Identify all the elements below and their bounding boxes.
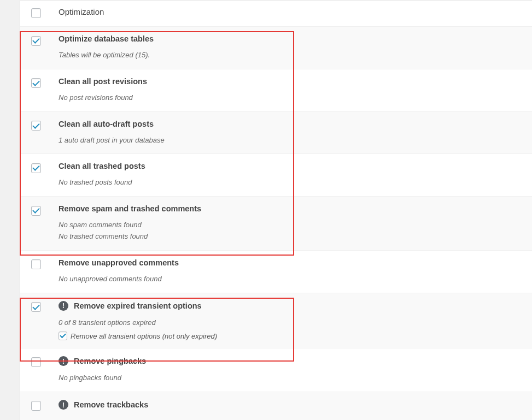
option-subtitle-line: No trashed comments found [59,231,521,242]
option-subtitle: Tables will be optimized (15). [59,50,521,61]
option-subtitle: 1 auto draft post in your database [59,135,521,146]
checkbox-remove-pingbacks[interactable] [31,357,41,367]
option-title-text: Remove spam and trashed comments [59,204,201,213]
sub-option-label: Remove all transient options (not only e… [71,332,217,340]
option-subtitle: No pingbacks found [59,372,521,384]
option-row-remove-spam: Remove spam and trashed commentsNo spam … [20,197,532,251]
option-title: !Remove pingbacks [59,356,521,366]
checkbox-clean-revisions[interactable] [31,78,41,88]
warning-icon: ! [59,301,68,311]
option-subtitle-line: No trashed posts found [59,177,521,188]
option-title-text: Clean all post revisions [59,77,147,86]
option-subtitle: No unapproved comments found [59,274,521,285]
option-row-remove-trackbacks: !Remove trackbacks [20,392,532,420]
option-subtitle-line: No post revisions found [59,92,521,104]
option-subtitle-line: No unapproved comments found [59,274,521,285]
checkbox-remove-trackbacks[interactable] [31,401,41,411]
optimization-panel: Optimization Optimize database tablesTab… [20,0,532,420]
option-title: Optimize database tables [59,34,521,43]
option-row-remove-pingbacks: !Remove pingbacksNo pingbacks found [20,348,532,392]
option-title-text: Clean all trashed posts [59,162,145,170]
option-subtitle: 0 of 8 transient options expired [59,317,521,329]
checkbox-remove-spam[interactable] [31,206,41,216]
option-row-clean-revisions: Clean all post revisionsNo post revision… [20,69,532,112]
option-title-text: Remove expired transient options [74,301,202,310]
option-subtitle: No post revisions found [59,92,521,104]
checkbox-optimize-db[interactable] [31,36,41,46]
checkbox-remove-transient[interactable] [31,302,41,312]
option-title: Remove unapproved comments [59,258,521,267]
option-title: Clean all trashed posts [59,162,521,170]
option-title-text: Optimize database tables [59,34,154,43]
option-row-remove-unapproved: Remove unapproved commentsNo unapproved … [20,251,532,293]
option-subtitle-line: No spam comments found [59,220,521,231]
sub-option-checkbox[interactable] [59,332,67,340]
option-title: !Remove trackbacks [59,400,521,410]
checkbox-remove-unapproved[interactable] [31,259,41,269]
option-title-text: Remove trackbacks [74,400,148,409]
option-title-text: Clean all auto-draft posts [59,120,154,128]
option-subtitle-line: 0 of 8 transient options expired [59,317,521,329]
option-title: !Remove expired transient options [59,301,521,311]
sub-option: Remove all transient options (not only e… [59,332,521,340]
option-title-text: Remove unapproved comments [59,258,179,267]
option-subtitle-line: Tables will be optimized (15). [59,50,521,61]
header-title: Optimization [59,7,104,16]
option-subtitle-line: 1 auto draft post in your database [59,135,521,146]
option-row-remove-transient: !Remove expired transient options0 of 8 … [20,293,532,349]
option-subtitle: No trashed posts found [59,177,521,188]
select-all-checkbox[interactable] [31,8,41,18]
option-title: Clean all post revisions [59,77,521,86]
checkbox-clean-trashed[interactable] [31,163,41,173]
option-subtitle-line: No pingbacks found [59,372,521,384]
option-row-clean-autodraft: Clean all auto-draft posts1 auto draft p… [20,112,532,155]
option-title: Remove spam and trashed comments [59,204,521,213]
option-row-optimize-db: Optimize database tablesTables will be o… [20,27,532,69]
option-title-text: Remove pingbacks [74,357,146,365]
header-row: Optimization [20,1,532,27]
checkbox-clean-autodraft[interactable] [31,121,41,131]
warning-icon: ! [59,400,68,410]
option-title: Clean all auto-draft posts [59,120,521,128]
option-subtitle: No spam comments foundNo trashed comment… [59,220,521,242]
option-row-clean-trashed: Clean all trashed postsNo trashed posts … [20,154,532,197]
warning-icon: ! [59,356,68,366]
